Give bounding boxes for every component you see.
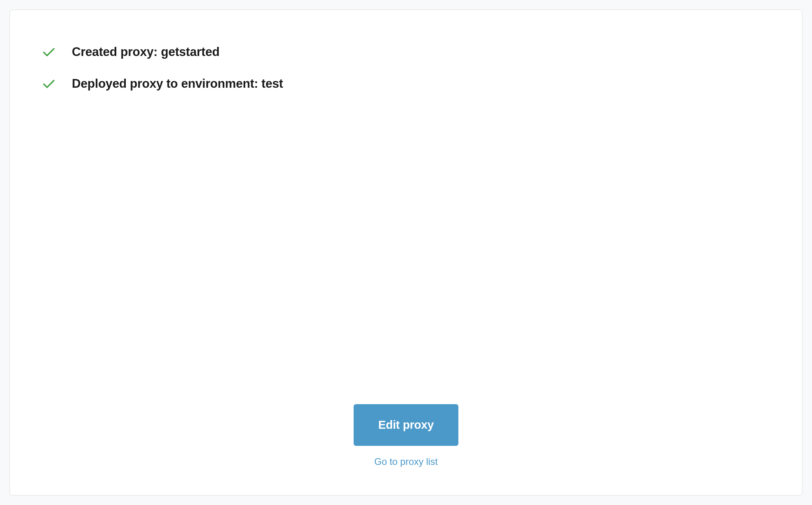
status-row: Created proxy: getstarted (42, 45, 770, 59)
go-to-proxy-list-link[interactable]: Go to proxy list (374, 456, 438, 467)
check-icon (42, 77, 56, 91)
status-message: Deployed proxy to environment: test (72, 77, 283, 91)
check-icon (42, 45, 56, 59)
action-container: Edit proxy Go to proxy list (10, 404, 802, 467)
edit-proxy-button[interactable]: Edit proxy (354, 404, 458, 446)
status-row: Deployed proxy to environment: test (42, 77, 770, 91)
status-list: Created proxy: getstarted Deployed proxy… (42, 45, 770, 91)
status-message: Created proxy: getstarted (72, 45, 219, 59)
status-panel: Created proxy: getstarted Deployed proxy… (10, 10, 802, 495)
